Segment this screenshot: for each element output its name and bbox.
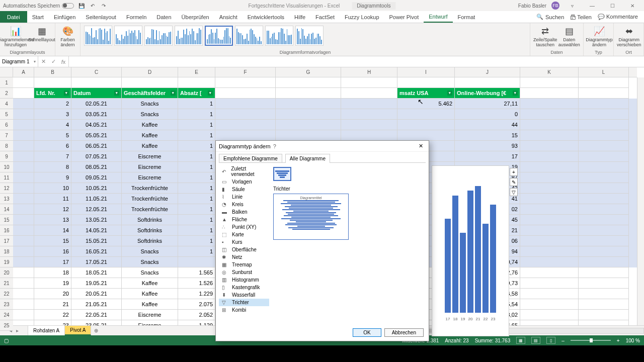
cell-K17[interactable] xyxy=(520,236,579,246)
cell-B21[interactable]: 19 xyxy=(34,278,71,289)
cell-A8[interactable] xyxy=(13,141,34,151)
sheet-tab-pivot[interactable]: Pivot A xyxy=(65,326,91,335)
cell-E11[interactable]: 1 xyxy=(178,172,215,183)
switch-rowcol-button[interactable]: ⇄Zeile/Spalte tauschen xyxy=(533,24,557,49)
cell-D20[interactable]: Snacks xyxy=(122,267,178,278)
cell-B24[interactable]: 22 xyxy=(34,310,71,320)
tab-page-layout[interactable]: Seitenlayout xyxy=(80,11,121,23)
change-colors-button[interactable]: 🎨Farben ändern xyxy=(58,24,77,49)
chart-cat-oberflche[interactable]: ◫Oberfläche xyxy=(219,246,269,253)
cell-F5[interactable] xyxy=(215,109,276,120)
row-header-17[interactable]: 17 xyxy=(0,236,13,246)
cell-K4[interactable] xyxy=(520,99,579,109)
cell-C8[interactable]: 06.05.21 xyxy=(71,141,122,151)
cell-B12[interactable]: 10 xyxy=(34,183,71,194)
cell-C25[interactable]: 23.05.21 xyxy=(71,320,122,325)
cell-D8[interactable]: Kaffee xyxy=(122,141,178,151)
cell-L12[interactable] xyxy=(579,183,629,194)
cell-L24[interactable] xyxy=(579,310,629,320)
cell-E25[interactable]: 1.129 xyxy=(178,320,215,325)
cell-L15[interactable] xyxy=(579,215,629,225)
cell-K7[interactable] xyxy=(520,130,579,141)
cell-I2[interactable]: msatz USA xyxy=(397,88,455,99)
cell-H6[interactable] xyxy=(341,120,397,130)
cell-A16[interactable] xyxy=(13,225,34,236)
cell-C18[interactable]: 16.05.21 xyxy=(71,246,122,257)
cell-C1[interactable] xyxy=(71,77,122,88)
cell-L10[interactable] xyxy=(579,162,629,172)
cell-E14[interactable]: 1 xyxy=(178,204,215,215)
cell-I7[interactable] xyxy=(397,130,455,141)
formula-input[interactable] xyxy=(69,56,644,67)
cell-D13[interactable]: Trockenfrüchte xyxy=(122,194,178,204)
cell-C9[interactable]: 07.05.21 xyxy=(71,151,122,162)
row-header-24[interactable]: 24 xyxy=(0,310,13,320)
cell-A5[interactable] xyxy=(13,109,34,120)
cell-K11[interactable] xyxy=(520,172,579,183)
cell-D5[interactable]: Snacks xyxy=(122,109,178,120)
cell-D24[interactable]: Eiscreme xyxy=(122,310,178,320)
chart-style-4[interactable] xyxy=(175,26,203,46)
cell-J7[interactable]: 15 xyxy=(455,130,520,141)
cell-A24[interactable] xyxy=(13,310,34,320)
cell-B20[interactable]: 18 xyxy=(34,267,71,278)
cell-D16[interactable]: Softdrinks xyxy=(122,225,178,236)
row-header-6[interactable]: 6 xyxy=(0,120,13,130)
fx-icon[interactable]: fx xyxy=(58,59,68,65)
cell-B13[interactable]: 11 xyxy=(34,194,71,204)
chart-cat-treemap[interactable]: ▦Treemap xyxy=(219,261,269,268)
cell-D11[interactable]: Eiscreme xyxy=(122,172,178,183)
cell-E7[interactable]: 1 xyxy=(178,130,215,141)
row-header-7[interactable]: 7 xyxy=(0,130,13,141)
cell-B7[interactable]: 5 xyxy=(34,130,71,141)
cell-A4[interactable] xyxy=(13,99,34,109)
chart-cat-balken[interactable]: ▬Balken xyxy=(219,208,269,216)
cell-F2[interactable] xyxy=(215,88,276,99)
cell-C22[interactable]: 20.05.21 xyxy=(71,289,122,299)
cell-B2[interactable]: Lfd. Nr. xyxy=(34,88,71,99)
vertical-scrollbar[interactable] xyxy=(637,77,644,325)
row-header-15[interactable]: 15 xyxy=(0,215,13,225)
zoom-in-icon[interactable]: + xyxy=(617,338,620,343)
cell-E6[interactable]: 1 xyxy=(178,120,215,130)
cell-K13[interactable] xyxy=(520,194,579,204)
chart-cat-sule[interactable]: ▮Säule xyxy=(219,186,269,193)
col-header-F[interactable]: F xyxy=(215,67,276,77)
dialog-close-icon[interactable]: ✕ xyxy=(416,143,426,149)
cell-G7[interactable] xyxy=(276,130,341,141)
add-sheet-button[interactable]: ⊕ xyxy=(91,326,101,335)
cell-K2[interactable] xyxy=(520,88,579,99)
cell-D23[interactable]: Kaffee xyxy=(122,299,178,310)
cell-B9[interactable]: 7 xyxy=(34,151,71,162)
cell-E2[interactable]: Absatz [ xyxy=(178,88,215,99)
cell-H2[interactable] xyxy=(341,88,397,99)
tab-formulas[interactable]: Formeln xyxy=(121,11,151,23)
sheet-tab-rohdaten[interactable]: Rohdaten A xyxy=(28,326,65,335)
cell-G6[interactable] xyxy=(276,120,341,130)
cell-A20[interactable] xyxy=(13,267,34,278)
cell-D14[interactable]: Trockenfrüchte xyxy=(122,204,178,215)
row-header-21[interactable]: 21 xyxy=(0,278,13,289)
cell-H1[interactable] xyxy=(341,77,397,88)
cell-A14[interactable] xyxy=(13,204,34,215)
autosave-toggle[interactable]: Automatisches Speichern xyxy=(3,3,74,9)
cell-A9[interactable] xyxy=(13,151,34,162)
col-header-C[interactable]: C xyxy=(71,67,122,77)
cell-D2[interactable]: Geschäftsfelder xyxy=(122,88,178,99)
dialog-help-icon[interactable]: ? xyxy=(271,143,279,149)
cell-F1[interactable] xyxy=(215,77,276,88)
chart-cat-flche[interactable]: ▲Fläche xyxy=(219,216,269,223)
cell-B19[interactable]: 17 xyxy=(34,257,71,267)
cell-A25[interactable] xyxy=(13,320,34,325)
cell-E20[interactable]: 1.565 xyxy=(178,267,215,278)
row-header-4[interactable]: 4 xyxy=(0,99,13,109)
chart-cat-histogramm[interactable]: ▥Histogramm xyxy=(219,276,269,284)
cell-E8[interactable]: 1 xyxy=(178,141,215,151)
cell-J5[interactable]: 0 xyxy=(455,109,520,120)
cell-A10[interactable] xyxy=(13,162,34,172)
cell-C2[interactable]: Datum xyxy=(71,88,122,99)
funnel-subtype-thumb[interactable] xyxy=(273,167,291,181)
row-header-18[interactable]: 18 xyxy=(0,246,13,257)
tab-view[interactable]: Ansicht xyxy=(214,11,243,23)
cell-L1[interactable] xyxy=(579,77,629,88)
